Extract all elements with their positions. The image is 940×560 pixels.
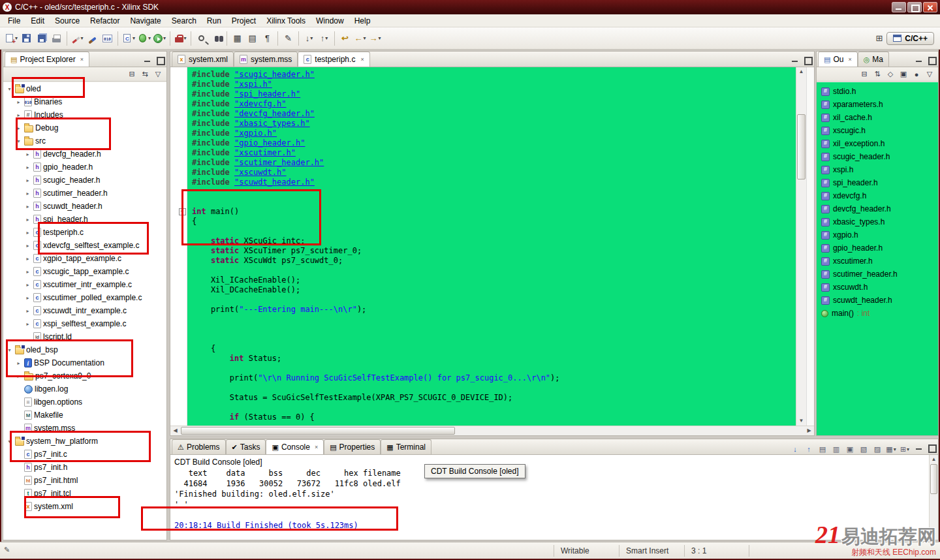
outline-item-xscuwdt-h[interactable]: xscuwdt.h [817,281,938,294]
tree-item-ps7-init-c[interactable]: ps7_init.c [3,448,166,461]
save-all-button[interactable] [34,30,49,46]
tree-item-src[interactable]: ▾src [3,134,166,148]
dropdown-arrow-icon[interactable]: ▾ [184,35,187,41]
dropdown-arrow-icon[interactable]: ▾ [81,35,84,41]
tree-item-xscuwdt-intr-example-c[interactable]: ▸xscuwdt_intr_example.c [3,304,166,317]
menu-refactor[interactable]: Refactor [85,15,125,27]
close-tab-icon[interactable]: × [360,56,364,63]
outline-item-xil-exception-h[interactable]: xil_exception.h [817,137,938,150]
expand-arrow-icon[interactable]: ▸ [24,321,31,327]
editor-horizontal-scrollbar[interactable]: ◀ ▶ [170,426,814,435]
tree-item-devcfg-header-h[interactable]: ▸devcfg_header.h [3,148,166,161]
create-boot-image-button[interactable] [100,30,115,46]
view-menu-icon[interactable]: ▽ [152,69,164,80]
fold-collapse-icon[interactable] [179,208,186,215]
open-perspective-icon[interactable]: ⊞ [875,33,883,43]
maximize-editor-button[interactable] [802,55,812,64]
tree-item-scuwdt-header-h[interactable]: ▸scuwdt_header.h [3,200,166,213]
dropdown-arrow-icon[interactable]: ▾ [133,35,135,41]
new-wizard-button[interactable]: ▾ [3,30,19,46]
print-button[interactable] [49,30,64,46]
forward-button[interactable]: →▾ [368,30,383,46]
mark-occurrences-button[interactable]: ✎ [281,30,296,46]
tree-item-xscutimer-intr-example-c[interactable]: ▸xscutimer_intr_example.c [3,278,166,291]
outline-item-scutimer-header-h[interactable]: scutimer_header.h [817,268,938,281]
tree-item-oled[interactable]: ▾oled [3,82,166,95]
editor-tab-testperiph-c[interactable]: testperiph.c× [298,52,369,67]
dropdown-arrow-icon[interactable]: ▾ [148,35,151,41]
maximize-window-button[interactable] [907,2,922,12]
tab-terminal[interactable]: ▦Terminal [381,439,431,454]
expand-arrow-icon[interactable]: ▸ [24,243,31,249]
tree-item-ps7-init-html[interactable]: ps7_init.html [3,474,166,487]
close-view-icon[interactable]: × [80,56,84,63]
tree-item-libgen-options[interactable]: libgen.options [3,396,166,409]
editor-vertical-scrollbar[interactable]: ▲ ▼ [796,67,806,426]
tree-item-debug[interactable]: ▸Debug [3,121,166,134]
maximize-outline-button[interactable] [926,55,936,64]
hide-static-members-icon[interactable]: ▣ [898,69,909,80]
tree-item-xscutimer-polled-example-c[interactable]: ▸xscutimer_polled_example.c [3,291,166,304]
tab-problems[interactable]: ⚠Problems [172,439,226,454]
show-view-grid-button[interactable]: ▦ [230,30,245,46]
show-on-output-button[interactable]: ▤ [817,444,828,454]
outline-item-xdevcfg-h[interactable]: xdevcfg.h [817,189,938,202]
collapse-all-icon[interactable]: ⊟ [858,69,870,80]
console-scroll-up-icon[interactable]: ▲ [930,455,938,464]
show-whitespace-button[interactable]: ¶ [260,30,275,46]
outline-item-xscutimer-h[interactable]: xscutimer.h [817,255,938,268]
clean-build-button[interactable] [85,30,100,46]
console-scroll-thumb[interactable] [930,464,937,494]
tab-console[interactable]: ▣Console× [266,439,324,454]
menu-source[interactable]: Source [50,15,85,27]
scroll-lock-button[interactable]: ▨ [871,444,883,454]
horizontal-scroll-thumb[interactable] [181,427,455,435]
expand-arrow-icon[interactable]: ▸ [24,178,31,183]
scroll-down-icon[interactable]: ▼ [796,416,806,426]
dropdown-arrow-icon[interactable]: ▾ [907,446,909,452]
show-on-error-button[interactable]: ▥ [830,444,842,454]
tree-item-xscugic-tapp-example-c[interactable]: ▸xscugic_tapp_example.c [3,265,166,278]
tree-item-ps7-init-tcl[interactable]: ps7_init.tcl [3,487,166,500]
tab-tasks[interactable]: ✔Tasks [226,439,266,454]
last-edit-location-button[interactable]: ↩ [337,30,352,46]
pin-console-button[interactable]: ▣ [844,444,856,454]
collapse-arrow-icon[interactable]: ▾ [6,347,13,353]
tree-item-system-xml[interactable]: system.xml [3,500,166,513]
hide-fields-icon[interactable]: ◇ [885,69,896,80]
tree-item-spi-header-h[interactable]: ▸spi_header.h [3,213,166,226]
expand-arrow-icon[interactable]: ▸ [24,204,31,210]
dropdown-arrow-icon[interactable]: ▾ [325,35,328,41]
hide-non-public-members-icon[interactable]: ● [911,69,922,80]
scroll-left-icon[interactable]: ◀ [170,426,180,435]
dropdown-arrow-icon[interactable]: ▾ [379,35,381,41]
outline-item-scugic-header-h[interactable]: scugic_header.h [817,150,938,163]
expand-arrow-icon[interactable]: ▸ [24,164,31,170]
minimize-window-button[interactable] [892,2,906,12]
outline-item-main[interactable]: main() : int [817,307,938,320]
menu-navigate[interactable]: Navigate [125,15,166,27]
next-annotation-button[interactable]: ↓▾ [302,30,317,46]
outline-item-xil-cache-h[interactable]: xil_cache.h [817,111,938,124]
expand-arrow-icon[interactable]: ▸ [15,360,22,366]
tree-item-system-mss[interactable]: system.mss [3,422,166,435]
console-vertical-scrollbar[interactable]: ▲ ▼ [929,455,938,540]
outline-item-xspi-h[interactable]: xspi.h [817,163,938,176]
tree-item-gpio-header-h[interactable]: ▸gpio_header.h [3,161,166,174]
maximize-console-button[interactable] [926,443,936,452]
collapse-arrow-icon[interactable]: ▾ [6,86,13,92]
tab-project-explorer[interactable]: ▤ Project Explorer × [5,52,89,67]
outline-item-xscugic-h[interactable]: xscugic.h [817,124,938,137]
tree-item-includes[interactable]: ▸Includes [3,108,166,121]
tree-item-libgen-log[interactable]: libgen.log [3,382,166,396]
previous-annotation-button[interactable]: ↑▾ [317,30,332,46]
minimize-editor-button[interactable] [789,55,800,64]
open-console-button[interactable]: ⊞▾ [899,444,911,454]
tree-item-scutimer-header-h[interactable]: ▸scutimer_header.h [3,187,166,200]
menu-help[interactable]: Help [349,15,376,27]
scroll-up-icon[interactable]: ▲ [796,67,806,76]
clear-console-button[interactable]: ▧ [858,444,870,454]
dropdown-arrow-icon[interactable]: ▾ [310,35,313,41]
expand-arrow-icon[interactable]: ▸ [24,282,31,288]
sort-icon[interactable]: ⇅ [871,69,883,80]
